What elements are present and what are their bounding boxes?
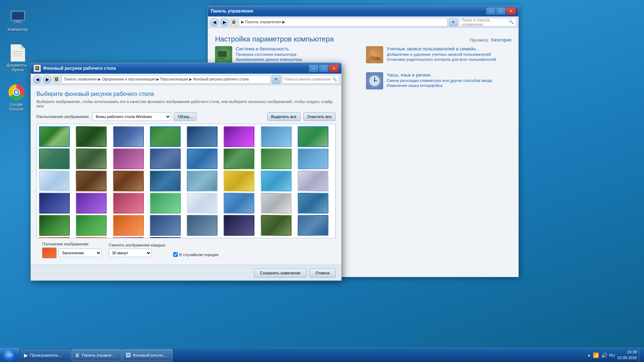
- panel-toolbar: ◀ ▶ 🖥 ▶ Панель управления ▶ ↻ Поиск в па…: [208, 16, 518, 28]
- wallpaper-thumbnail-18[interactable]: [76, 171, 107, 191]
- wallpaper-thumbnail-43[interactable]: [113, 237, 144, 238]
- wallpaper-thumbnail-41[interactable]: [39, 237, 70, 238]
- player-label: Проигрыватель...: [30, 353, 62, 357]
- system-title[interactable]: Система и безопасность: [236, 46, 302, 52]
- panel-back-button[interactable]: ◀: [210, 18, 219, 26]
- panel-refresh-button[interactable]: ↻: [449, 18, 458, 26]
- wallpaper-thumbnail-7[interactable]: [261, 126, 292, 147]
- wallpaper-thumbnail-40[interactable]: [298, 215, 328, 236]
- panel-close-button[interactable]: ✕: [506, 8, 516, 15]
- clock-title[interactable]: Часы, язык и регион: [387, 72, 492, 78]
- browse-button[interactable]: Обзор...: [174, 112, 196, 121]
- wallpaper-thumbnail-6[interactable]: [224, 126, 254, 147]
- wallpaper-search-input[interactable]: Поиск в панели управления 🔍: [282, 75, 339, 84]
- svg-marker-6: [21, 44, 25, 49]
- wallpaper-thumbnail-2[interactable]: [76, 126, 107, 147]
- tray-show-button[interactable]: ▲: [587, 353, 591, 357]
- wallpaper-thumbnail-36[interactable]: [150, 215, 181, 236]
- wallpaper-thumbnail-35[interactable]: [113, 215, 144, 236]
- wallpaper-thumbnail-29[interactable]: [187, 193, 218, 214]
- clock-link-0[interactable]: Смена раскладки клавиатуры или других сп…: [387, 78, 492, 83]
- wallpaper-minimize-button[interactable]: ─: [309, 65, 318, 72]
- cancel-button[interactable]: Отмена: [309, 268, 336, 278]
- clock-link-1[interactable]: Изменение языка интерфейса: [387, 83, 492, 88]
- wallpaper-thumbnail-39[interactable]: [261, 215, 292, 236]
- panel-forward-button[interactable]: ▶: [220, 18, 229, 26]
- users-link-1[interactable]: Установка родительского контроля для все…: [387, 57, 496, 62]
- wallpaper-thumbnail-26[interactable]: [76, 193, 107, 214]
- panel-minimize-button[interactable]: ─: [486, 8, 496, 15]
- wallpaper-thumbnail-19[interactable]: [113, 171, 144, 191]
- wallpaper-thumbnail-42[interactable]: [76, 237, 107, 238]
- panel-view-mode[interactable]: Категория: [491, 38, 511, 43]
- taskbar-item-player[interactable]: ▶ Проигрыватель...: [21, 349, 71, 361]
- wallpaper-thumbnail-25[interactable]: [39, 193, 70, 214]
- tray-show-desktop[interactable]: [639, 349, 641, 362]
- wallpaper-thumbnail-34[interactable]: [76, 215, 107, 236]
- shuffle-checkbox[interactable]: [173, 252, 178, 257]
- select-all-button[interactable]: Выделить все: [267, 112, 301, 121]
- wallpaper-thumbnail-31[interactable]: [261, 193, 292, 214]
- wallpaper-thumbnail-37[interactable]: [187, 215, 218, 236]
- wallpaper-thumbnail-21[interactable]: [187, 171, 218, 191]
- wallpaper-thumbnail-4[interactable]: [150, 126, 181, 147]
- location-select[interactable]: Фоны рабочего стола Windows: [92, 112, 171, 121]
- wallpaper-thumbnail-1[interactable]: [39, 126, 70, 147]
- wallpaper-back-button[interactable]: ◀: [33, 75, 42, 84]
- wallpaper-thumbnail-9[interactable]: [39, 148, 70, 169]
- clear-all-button[interactable]: Очистить все: [303, 112, 336, 121]
- wallpaper-thumbnail-12[interactable]: [150, 148, 181, 169]
- wallpaper-thumbnail-3[interactable]: [113, 126, 144, 147]
- wallpaper-thumbnail-11[interactable]: [113, 148, 144, 169]
- save-button[interactable]: Сохранить изменения: [254, 268, 307, 278]
- desktop-icon-documents[interactable]: Документы - Ярлык: [4, 43, 32, 74]
- wallpaper-thumbnail-44[interactable]: [150, 237, 181, 238]
- wallpaper-thumbnail-32[interactable]: [298, 193, 328, 214]
- users-link-0[interactable]: Добавление и удаление учетных записей по…: [387, 52, 496, 57]
- wallpaper-thumbnail-20[interactable]: [150, 171, 181, 191]
- users-title[interactable]: Учетные записи пользователей и семейн...: [387, 46, 496, 52]
- wallpaper-thumbnail-15[interactable]: [261, 148, 292, 169]
- wallpaper-close-button[interactable]: ✕: [329, 65, 338, 72]
- desktop-icon-chrome[interactable]: Google Chrome: [2, 82, 31, 113]
- wallpaper-thumbnail-14[interactable]: [224, 148, 254, 169]
- wallpaper-grid: [37, 124, 335, 238]
- wallpaper-maximize-button[interactable]: □: [319, 65, 328, 72]
- panel-search-input[interactable]: Поиск в панели управления 🔍: [459, 18, 516, 26]
- documents-icon-label: Документы - Ярлык: [5, 63, 31, 72]
- wallpaper-thumbnail-10[interactable]: [76, 148, 107, 169]
- start-button[interactable]: [0, 348, 19, 362]
- wallpaper-thumbnail-16[interactable]: [298, 148, 328, 169]
- interval-select[interactable]: 30 минут: [109, 249, 152, 257]
- wallpaper-thumbnail-17[interactable]: [39, 171, 70, 191]
- wallpaper-thumbnail-13[interactable]: [187, 148, 218, 169]
- tray-volume-icon[interactable]: 🔊: [601, 352, 607, 358]
- wallpaper-grid-container[interactable]: [36, 124, 336, 238]
- wallpaper-window-controls: ─ □ ✕: [309, 65, 338, 72]
- wallpaper-thumbnail-5[interactable]: [187, 126, 218, 147]
- wallpaper-refresh-button[interactable]: ↻: [272, 75, 280, 84]
- system-link-0[interactable]: Проверка состояния компьютера: [236, 52, 302, 57]
- wallpaper-thumbnail-27[interactable]: [113, 193, 144, 214]
- wallpaper-thumbnail-30[interactable]: [224, 193, 254, 214]
- panel-maximize-button[interactable]: □: [496, 8, 506, 15]
- taskbar-clock[interactable]: 19:38 10.09.2016: [617, 349, 637, 361]
- tray-lang[interactable]: RU: [609, 353, 615, 357]
- system-link-1[interactable]: Архивирование данных компьютера: [236, 57, 302, 62]
- wallpaper-thumbnail-24[interactable]: [298, 171, 328, 191]
- position-select[interactable]: Заполнение: [59, 249, 102, 257]
- wallpaper-thumbnail-33[interactable]: [39, 215, 70, 236]
- wallpaper-thumbnail-22[interactable]: [224, 171, 254, 191]
- wallpaper-thumbnail-28[interactable]: [150, 193, 181, 214]
- wallpaper-thumbnail-8[interactable]: [298, 126, 328, 147]
- wallpaper-thumbnail-38[interactable]: [224, 215, 254, 236]
- tray-network-icon: 📶: [593, 352, 599, 358]
- taskbar-item-control[interactable]: 🖥 Панель управле...: [72, 349, 122, 361]
- desktop-icon-computer[interactable]: Компьютер: [4, 7, 32, 33]
- taskbar-item-wallpaper[interactable]: 🖼 Фоновый рисуно...: [122, 349, 172, 361]
- taskbar-date: 10.09.2016: [617, 355, 637, 361]
- panel-title: Панель управления: [211, 9, 253, 14]
- wallpaper-thumbnail-23[interactable]: [261, 171, 292, 191]
- wallpaper-forward-button[interactable]: ▶: [43, 75, 52, 84]
- svg-rect-17: [220, 58, 224, 59]
